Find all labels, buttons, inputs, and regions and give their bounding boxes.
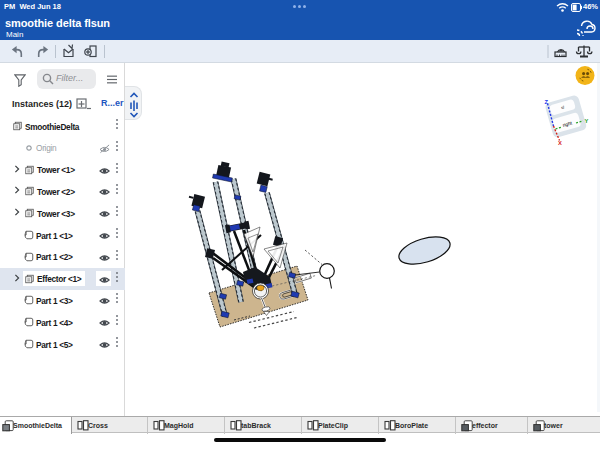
svg-text:Y: Y [585,118,589,124]
svg-text:X: X [558,140,562,146]
svg-text:Z: Z [545,99,549,105]
